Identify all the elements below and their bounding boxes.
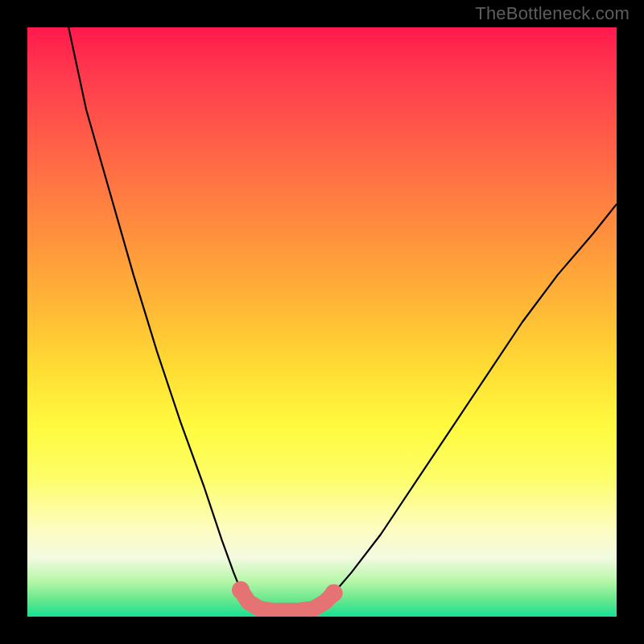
plot-area (27, 27, 617, 617)
curve-layer (27, 27, 617, 617)
watermark-text: TheBottleneck.com (475, 3, 630, 24)
bottleneck-curve-right (287, 204, 617, 611)
marker-dot (232, 581, 250, 599)
marker-trough (241, 590, 334, 611)
bottleneck-curve-left (68, 27, 287, 611)
marker-dots (232, 581, 343, 602)
marker-dot (325, 584, 343, 602)
chart-stage: TheBottleneck.com (0, 0, 644, 644)
